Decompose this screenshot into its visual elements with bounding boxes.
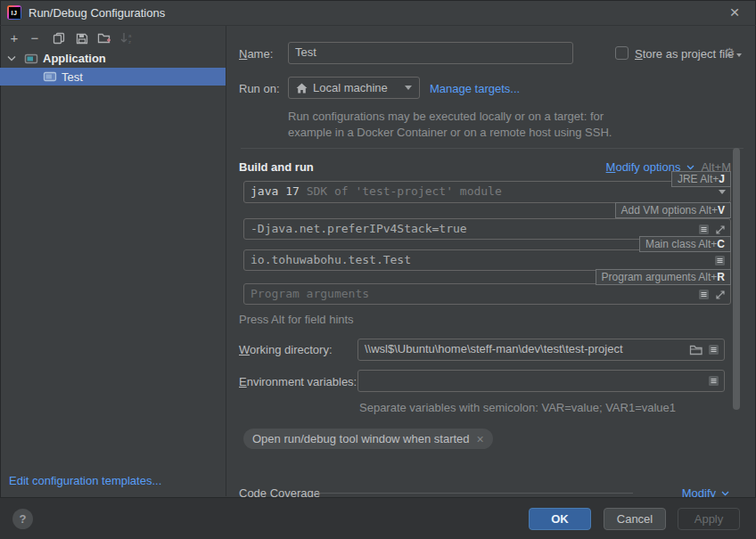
modify-options-link[interactable]: Modify options — [606, 160, 681, 174]
store-options-gear-icon[interactable]: ⚙ — [724, 45, 742, 60]
options-pane-separator — [241, 148, 744, 149]
expand-list-icon[interactable] — [698, 289, 710, 300]
svg-text:a: a — [128, 33, 132, 38]
copy-configuration-icon[interactable] — [52, 31, 66, 45]
sidebar-toolbar: + − az — [0, 26, 226, 49]
expand-field-icon[interactable] — [715, 290, 726, 300]
sort-alphabetically-icon: az — [119, 31, 134, 45]
tree-item-test[interactable]: Test — [0, 68, 226, 86]
main-class-value: io.tohuwabohu.test.Test — [251, 253, 411, 266]
remove-configuration-button[interactable]: − — [28, 31, 42, 45]
working-directory-value: \\wsl$\Ubuntu\home\steff-man\dev\test\te… — [365, 342, 623, 355]
add-configuration-button[interactable]: + — [7, 31, 21, 45]
chip-close-icon[interactable]: × — [477, 432, 484, 446]
chevron-down-icon[interactable] — [686, 165, 694, 170]
chevron-down-icon[interactable] — [721, 491, 729, 496]
dropdown-arrow-icon — [405, 86, 412, 90]
cancel-button[interactable]: Cancel — [604, 508, 666, 530]
jre-combobox[interactable]: java 17 SDK of 'test-project' module — [243, 181, 731, 203]
tree-group-label: Application — [43, 52, 106, 65]
main-class-input[interactable]: io.tohuwabohu.test.Test — [243, 249, 731, 271]
vertical-scrollbar[interactable] — [733, 148, 740, 410]
expand-list-icon[interactable] — [708, 375, 719, 387]
configurations-sidebar: + − az Application — [0, 26, 226, 496]
store-as-project-file-label[interactable]: Store as project file — [635, 47, 734, 61]
environment-variables-label: Environment variables: — [239, 375, 357, 388]
tree-item-label: Test — [62, 70, 83, 84]
run-debug-configurations-dialog: IJ Run/Debug Configurations × + − az — [0, 0, 756, 539]
main-class-field-hint: Main class Alt+C — [639, 236, 731, 252]
close-icon[interactable]: × — [722, 2, 747, 23]
application-run-config-icon — [24, 52, 38, 66]
name-label: Name: — [239, 47, 273, 61]
run-on-help-line1: Run configurations may be executed local… — [288, 110, 604, 123]
run-on-dropdown[interactable]: Local machine — [288, 77, 420, 99]
working-directory-label: Working directory: — [239, 343, 333, 356]
expand-list-icon[interactable] — [714, 255, 726, 266]
expand-list-icon[interactable] — [708, 344, 719, 355]
intellij-logo-icon: IJ — [7, 5, 21, 20]
edit-configuration-templates-link[interactable]: Edit configuration templates... — [9, 474, 161, 487]
chip-label: Open run/debug tool window when started — [252, 432, 470, 445]
build-and-run-heading: Build and run — [239, 160, 314, 174]
vm-options-field-hint: Add VM options Alt+V — [615, 202, 731, 218]
tree-group-application[interactable]: Application — [0, 49, 226, 68]
svg-text:z: z — [128, 39, 131, 45]
name-input[interactable]: Test — [288, 42, 573, 64]
press-alt-hint: Press Alt for field hints — [239, 313, 354, 326]
title-bar: IJ Run/Debug Configurations × — [0, 0, 756, 26]
environment-variables-input[interactable] — [357, 370, 725, 392]
dialog-footer: ? OK Cancel Apply — [0, 497, 756, 539]
jre-description: SDK of 'test-project' module — [307, 184, 502, 198]
help-button[interactable]: ? — [12, 509, 33, 529]
open-tool-window-chip[interactable]: Open run/debug tool window when started … — [243, 429, 493, 449]
manage-targets-link[interactable]: Manage targets... — [430, 82, 520, 95]
vm-options-value: -Djava.net.preferIPv4Stack=true — [251, 222, 467, 235]
home-icon — [296, 83, 308, 94]
expand-field-icon[interactable] — [715, 225, 726, 235]
jre-field-hint: JRE Alt+J — [671, 171, 731, 187]
program-arguments-input[interactable]: Program arguments — [243, 283, 731, 305]
run-on-label: Run on: — [239, 82, 280, 95]
program-arguments-field-hint: Program arguments Alt+R — [596, 269, 731, 285]
code-coverage-separator — [314, 493, 633, 494]
jre-value: java 17 — [251, 184, 300, 198]
save-configuration-icon[interactable] — [75, 31, 89, 45]
dropdown-arrow-icon[interactable] — [719, 190, 726, 194]
environment-variables-help: Separate variables with semicolon: VAR=v… — [359, 401, 676, 414]
ok-button[interactable]: OK — [529, 508, 591, 530]
apply-button: Apply — [678, 508, 740, 530]
run-on-value: Local machine — [313, 81, 399, 94]
run-on-help-line2: example in a Docker Container or on a re… — [288, 126, 612, 139]
program-arguments-placeholder: Program arguments — [251, 287, 369, 300]
expand-list-icon[interactable] — [698, 224, 710, 235]
application-run-config-icon-selected — [43, 69, 57, 84]
window-title: Run/Debug Configurations — [29, 6, 165, 20]
store-as-project-file-checkbox[interactable] — [615, 46, 629, 60]
new-folder-icon[interactable] — [97, 31, 111, 45]
browse-folder-icon[interactable] — [689, 344, 703, 355]
working-directory-input[interactable]: \\wsl$\Ubuntu\home\steff-man\dev\test\te… — [357, 339, 725, 361]
chevron-down-icon[interactable] — [7, 55, 16, 61]
